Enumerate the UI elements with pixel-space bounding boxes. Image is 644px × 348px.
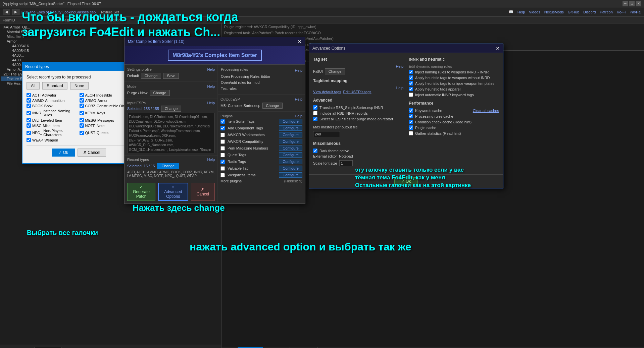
edit-user-tags-link[interactable]: Edit USER's tags [343, 90, 371, 94]
plugin-add-component-configure-button[interactable]: Configure [279, 125, 302, 131]
advanced-ok-button[interactable]: ✓ Ok [394, 177, 418, 185]
plugin-valuable-checkbox[interactable] [220, 166, 225, 171]
checkbox-lvli-input[interactable] [27, 118, 31, 122]
processing-rules-help[interactable]: Help [295, 67, 302, 73]
filter-input[interactable] [35, 347, 61, 348]
checkbox-acti-input[interactable] [27, 93, 31, 97]
advanced-close-button[interactable]: ✕ [496, 46, 500, 51]
plugin-sorter-tags-configure-button[interactable]: Configure [279, 119, 302, 124]
tree-item-armor-op[interactable]: [4A] Armor_Op... [1, 25, 220, 30]
max-masters-input[interactable] [313, 131, 340, 137]
innr-unique-weapons-checkbox[interactable] [409, 81, 413, 85]
adv-select-all-checkbox[interactable] [313, 117, 317, 121]
nav-help-link[interactable]: Help [517, 10, 525, 14]
nav-tab-1[interactable]: [2D] The Eyes of Beauty LookingGlasses.e… [21, 10, 96, 14]
perf-plugin-checkbox[interactable] [409, 125, 413, 130]
innr-keyword-checkbox[interactable] [409, 93, 413, 97]
plugin-sorter-tags-checkbox[interactable] [220, 119, 225, 124]
generate-patch-button[interactable]: ✓ Generate Patch [127, 183, 155, 201]
test-rules-item[interactable]: Test rules [221, 85, 302, 92]
checkbox-note-input[interactable] [80, 123, 84, 128]
nav-forward-button[interactable]: ▶ [12, 9, 19, 15]
record-types-change-button[interactable]: Change [157, 163, 180, 169]
record-types-cancel-button[interactable]: ✗ Cancel [78, 149, 106, 157]
checkbox-qust-input[interactable] [80, 131, 84, 135]
plugin-weightless-configure-button[interactable]: Configure [279, 172, 302, 178]
plugin-radio-tags-checkbox[interactable] [220, 160, 225, 164]
settings-profile-change-button[interactable]: Change [141, 73, 161, 79]
plugin-weightless-checkbox[interactable] [220, 173, 225, 177]
checkbox-book-input[interactable] [27, 104, 31, 108]
innr-inject-checkbox[interactable] [409, 70, 413, 74]
clear-all-caches-link[interactable]: Clear all caches [473, 109, 499, 113]
open-rules-mod-item[interactable]: Open/add rules for mod [221, 79, 302, 85]
sorter-close-button[interactable]: ✕ [298, 39, 302, 44]
checkbox-keym-input[interactable] [80, 111, 84, 115]
scale-font-input[interactable] [339, 160, 353, 166]
perf-gather-checkbox[interactable] [409, 131, 413, 135]
view-default-tags-link[interactable]: View default tags [313, 90, 341, 94]
checkbox-alch-input[interactable] [80, 93, 84, 97]
checkbox-weap-input[interactable] [27, 138, 31, 142]
plugin-quest-tags-checkbox[interactable] [220, 153, 225, 157]
nav-nexusmods-link[interactable]: NexusMods [544, 10, 564, 14]
checkbox-cobz-input[interactable] [80, 104, 84, 108]
checkbox-mesg-input[interactable] [80, 118, 84, 122]
dark-theme-checkbox[interactable] [313, 149, 317, 153]
sorter-cancel-button[interactable]: ✗ Cancel [191, 183, 215, 201]
close-button[interactable]: ✕ [636, 1, 641, 6]
minimize-button[interactable]: ─ [623, 1, 628, 6]
btn-none[interactable]: None [70, 82, 89, 90]
output-esp-help[interactable]: Help [295, 97, 302, 101]
nav-videos-link[interactable]: Videos [529, 10, 540, 14]
maximize-button[interactable]: □ [629, 1, 635, 6]
btn-all[interactable]: All [27, 82, 40, 90]
btn-standard[interactable]: Standard [42, 82, 67, 90]
nav-tab-2[interactable]: Texture Set [100, 10, 119, 14]
plugin-valuable-configure-button[interactable]: Configure [279, 166, 302, 171]
checkbox-armo-input[interactable] [80, 98, 84, 103]
nav-kofi-link[interactable]: Ko-Fi [617, 10, 626, 14]
record-types-inline-help[interactable]: Help [207, 158, 215, 162]
plugin-awkcr-workbenches-checkbox[interactable] [220, 133, 225, 137]
perf-keywords-checkbox[interactable] [409, 108, 413, 113]
mode-help[interactable]: Help [207, 84, 215, 89]
open-rules-editor-item[interactable]: Open Processing Rules Editor [221, 73, 302, 79]
perf-condition-checkbox[interactable] [409, 120, 413, 124]
nav-github-link[interactable]: GitHub [568, 10, 579, 14]
tree-item-material-swap[interactable]: Material Swap [1, 30, 220, 34]
plugin-awkcr-compat-configure-button[interactable]: Configure [279, 139, 302, 144]
checkbox-npc-input[interactable] [27, 131, 31, 135]
tag-set-change-button[interactable]: Change [325, 68, 345, 74]
plugin-add-component-checkbox[interactable] [220, 126, 225, 130]
checkbox-misc-input[interactable] [27, 123, 31, 128]
checkbox-ammo-input[interactable] [27, 98, 31, 103]
advanced-options-button[interactable]: ≡ Advanced Options [158, 183, 188, 201]
adv-include-checkbox[interactable] [313, 111, 317, 115]
record-types-ok-button[interactable]: ✓ Ok [52, 149, 75, 157]
innr-heuristic-weapons-checkbox[interactable] [409, 75, 413, 80]
adv-translate-checkbox[interactable] [313, 105, 317, 110]
input-esps-help[interactable]: Help [207, 101, 215, 105]
nav-paypal-link[interactable]: PayPal [630, 10, 641, 14]
perf-processing-checkbox[interactable] [409, 114, 413, 118]
settings-profile-help[interactable]: Help [207, 67, 215, 71]
plugin-awkcr-workbenches-configure-button[interactable]: Configure [279, 132, 302, 137]
settings-profile-save-button[interactable]: Save [163, 73, 179, 79]
plugins-help[interactable]: Help [295, 114, 302, 118]
nav-back-button[interactable]: ◀ [3, 9, 10, 15]
plugin-awkcr-compat-checkbox[interactable] [220, 139, 225, 144]
plugin-quest-tags-configure-button[interactable]: Configure [279, 152, 302, 158]
mode-change-button[interactable]: Change [150, 90, 170, 96]
output-esp-change-button[interactable]: Change [262, 103, 283, 109]
plugin-radio-tags-configure-button[interactable]: Configure [279, 159, 302, 164]
checkbox-innr-input[interactable] [27, 111, 31, 115]
innr-apparel-checkbox[interactable] [409, 87, 413, 91]
plugin-perk-mag-checkbox[interactable] [220, 146, 225, 151]
nav-discord-link[interactable]: Discord [583, 10, 596, 14]
nav-patreon-link[interactable]: Patreon [600, 10, 613, 14]
plugin-perk-mag-configure-button[interactable]: Configure [279, 146, 302, 151]
tagident-help[interactable]: Help [396, 86, 403, 90]
input-esps-change-button[interactable]: Change [161, 106, 182, 112]
tag-set-help[interactable]: Help [396, 64, 403, 68]
